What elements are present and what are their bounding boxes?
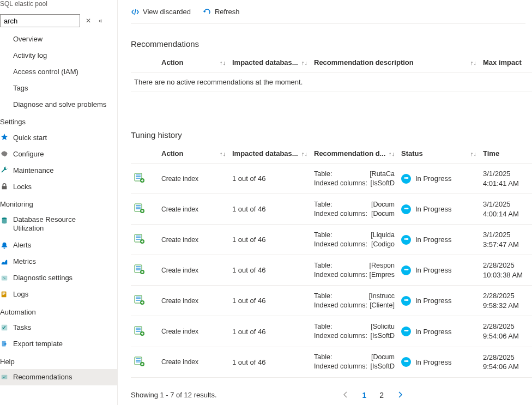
nav-label: Diagnose and solve problems — [13, 100, 106, 108]
sort-icon: ↑↓ — [389, 150, 395, 157]
refresh-button[interactable]: Refresh — [203, 8, 240, 16]
nav-label: Tasks — [13, 323, 31, 331]
nav-section-settings: Settings — [0, 114, 117, 129]
logs-icon — [0, 290, 9, 299]
cell-action: Create index — [158, 316, 229, 347]
nav-tags[interactable]: Tags — [0, 80, 117, 96]
nav-quick-start[interactable]: Quick start — [0, 129, 117, 146]
table-row[interactable]: Create index1 out of 46Table:[DocumIndex… — [131, 347, 532, 377]
sidebar-collapse-icon[interactable]: « — [96, 16, 105, 26]
nav-metrics[interactable]: Metrics — [0, 253, 117, 270]
diagnostic-icon — [0, 274, 9, 282]
sort-icon: ↑↓ — [301, 150, 307, 157]
nav-overview[interactable]: Overview — [0, 31, 117, 47]
in-progress-icon: ••• — [401, 265, 411, 275]
nav-label: Metrics — [13, 257, 36, 265]
cell-time: 3/1/20254:00:14 AM — [480, 194, 532, 225]
database-icon — [0, 216, 9, 225]
results-count: Showing 1 - 7 of 12 results. — [131, 391, 217, 399]
svg-point-0 — [2, 217, 7, 220]
sidebar-search-row: ✕ « — [0, 11, 117, 31]
tuning-table: Action ↑↓ Impacted databas... ↑↓ Recomme… — [131, 144, 532, 378]
cell-status: •••In Progress — [398, 225, 480, 255]
nav-label: Quick start — [13, 134, 47, 142]
cell-impacted: 1 out of 46 — [229, 225, 311, 255]
svg-rect-10 — [136, 174, 141, 176]
svg-rect-17 — [136, 208, 141, 209]
col-max-impact[interactable]: Max impact — [480, 53, 532, 72]
col-status[interactable]: Status ↑↓ — [398, 144, 480, 164]
nav-diagnose[interactable]: Diagnose and solve problems — [0, 96, 117, 112]
cell-action: Create index — [158, 286, 229, 316]
nav-label: Database Resource Utilization — [13, 215, 89, 233]
table-row[interactable]: Create index1 out of 46Table:[RutaCaInde… — [131, 164, 532, 194]
row-icon — [131, 286, 158, 316]
cell-status: •••In Progress — [398, 255, 480, 286]
cell-description: Table:[DocumIndexed columns:[Docum — [311, 194, 398, 225]
col-description[interactable]: Recommendation d... ↑↓ — [311, 144, 398, 164]
col-time[interactable]: Time — [480, 144, 532, 164]
cell-impacted: 1 out of 46 — [229, 194, 311, 225]
pager-prev-icon[interactable] — [340, 389, 351, 402]
nav-configure[interactable]: Configure — [0, 146, 117, 162]
lock-icon — [0, 182, 9, 191]
nav-tasks[interactable]: Tasks — [0, 319, 117, 336]
svg-rect-31 — [136, 298, 141, 299]
table-row[interactable]: Create index1 out of 46Table:[DocumIndex… — [131, 194, 532, 225]
cell-impacted: 1 out of 46 — [229, 255, 311, 286]
cell-status: •••In Progress — [398, 164, 480, 194]
col-description[interactable]: Recommendation description ↑↓ — [311, 53, 480, 72]
sidebar-search-input[interactable] — [0, 14, 80, 27]
sidebar-search-clear-icon[interactable]: ✕ — [83, 16, 93, 26]
nav-access-control[interactable]: Access control (IAM) — [0, 63, 117, 80]
pager-next-icon[interactable] — [395, 389, 406, 402]
tasks-icon — [0, 323, 9, 332]
pager-page-2[interactable]: 2 — [377, 390, 386, 401]
sort-icon: ↑↓ — [220, 150, 226, 157]
col-impacted[interactable]: Impacted databas... ↑↓ — [229, 144, 311, 164]
cell-action: Create index — [158, 255, 229, 286]
nav-label: Alerts — [13, 241, 31, 249]
nav-alerts[interactable]: Alerts — [0, 237, 117, 253]
cell-status: •••In Progress — [398, 316, 480, 347]
nav-logs[interactable]: Logs — [0, 286, 117, 303]
nav-activity-log[interactable]: Activity log — [0, 47, 117, 63]
nav-maintenance[interactable]: Maintenance — [0, 162, 117, 178]
col-impacted[interactable]: Impacted databas... ↑↓ — [229, 53, 311, 72]
pager: 1 2 — [340, 389, 406, 402]
cell-impacted: 1 out of 46 — [229, 286, 311, 316]
cell-time: 3/1/20254:01:41 AM — [480, 164, 532, 194]
quick-start-icon — [0, 133, 9, 142]
pager-page-1[interactable]: 1 — [360, 390, 368, 401]
nav-recommendations[interactable]: Recommendations — [0, 369, 117, 385]
nav-export-template[interactable]: Export template — [0, 336, 117, 352]
cell-action: Create index — [158, 225, 229, 255]
view-discarded-button[interactable]: View discarded — [131, 8, 191, 16]
svg-rect-8 — [2, 374, 8, 379]
wrench-icon — [0, 166, 9, 174]
sort-icon: ↑↓ — [301, 59, 307, 66]
col-action[interactable]: Action ↑↓ — [158, 53, 229, 72]
recommendations-table: Action ↑↓ Impacted databas... ↑↓ Recomme… — [131, 53, 532, 92]
nav-section-monitoring: Monitoring — [0, 197, 117, 211]
recommendations-title: Recommendations — [131, 39, 525, 49]
nav-diagnostic-settings[interactable]: Diagnostic settings — [0, 270, 117, 286]
cell-description: Table:[InstruccIndexed columns:[Cliente] — [311, 286, 398, 316]
cell-description: Table:[DocumIndexed columns:[IsSoftD — [311, 347, 398, 377]
metrics-icon — [0, 257, 9, 266]
svg-rect-5 — [3, 294, 5, 295]
nav-label: Access control (IAM) — [13, 68, 78, 76]
nav-db-resource-utilization[interactable]: Database Resource Utilization — [0, 211, 117, 237]
table-row[interactable]: Create index1 out of 46Table:[LiquidaInd… — [131, 225, 532, 255]
toolbar: View discarded Refresh — [131, 0, 525, 24]
table-row[interactable]: Create index1 out of 46Table:[InstruccIn… — [131, 286, 532, 316]
svg-rect-20 — [136, 235, 141, 237]
table-row[interactable]: Create index1 out of 46Table:[ResponInde… — [131, 255, 532, 286]
col-action[interactable]: Action ↑↓ — [158, 144, 229, 164]
svg-rect-42 — [136, 361, 141, 362]
svg-rect-32 — [136, 300, 141, 301]
export-icon — [0, 340, 9, 348]
table-row[interactable]: Create index1 out of 46Table:[SolicituIn… — [131, 316, 532, 347]
nav-locks[interactable]: Locks — [0, 178, 117, 195]
nav-label: Recommendations — [13, 373, 72, 381]
